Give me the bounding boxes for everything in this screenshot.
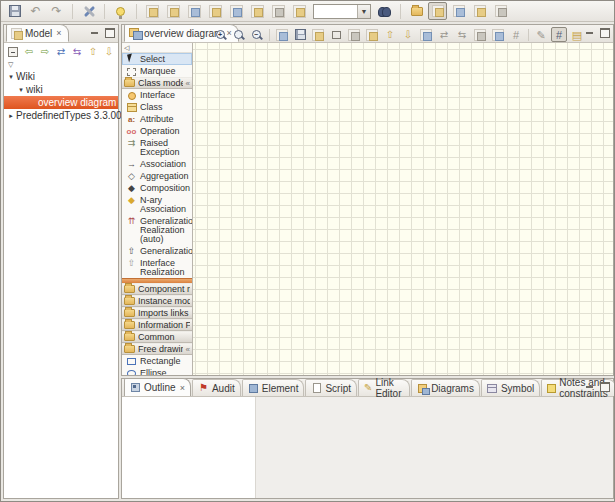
- palette-tool-select[interactable]: Select: [122, 53, 192, 65]
- palette-item-rectangle[interactable]: Rectangle: [122, 355, 192, 367]
- tree-item-wiki-package[interactable]: ▾ wiki: [4, 83, 118, 96]
- expand-open-icon[interactable]: ▾: [16, 86, 26, 94]
- diagram-canvas[interactable]: [193, 43, 613, 375]
- palette-item-nary-association[interactable]: ◆ N-ary Association: [122, 194, 192, 215]
- tab-element[interactable]: Element: [242, 379, 305, 396]
- palette-drawer-component-model[interactable]: Component mo...: [122, 283, 192, 295]
- tab-diagrams[interactable]: Diagrams: [411, 379, 480, 396]
- drawer-pin-icon[interactable]: «: [186, 345, 190, 354]
- navigate-back-button[interactable]: ⇦: [22, 45, 36, 59]
- link-with-explorer-button[interactable]: [428, 2, 447, 20]
- palette-drawer-instance-model[interactable]: Instance model: [122, 295, 192, 307]
- create-element-button-2[interactable]: [164, 2, 183, 20]
- move-up-button[interactable]: ⇧: [86, 45, 100, 59]
- tab-audit[interactable]: ⚑ Audit: [192, 379, 241, 396]
- create-element-button-7[interactable]: [269, 2, 288, 20]
- close-icon[interactable]: ×: [56, 28, 61, 38]
- create-element-button-8[interactable]: [290, 2, 309, 20]
- related-elements-button[interactable]: [470, 2, 489, 20]
- save-diagram-as-button[interactable]: [310, 27, 326, 42]
- save-button[interactable]: [5, 2, 24, 20]
- chevron-down-icon[interactable]: ▼: [357, 5, 370, 18]
- search-button[interactable]: [375, 2, 394, 20]
- tab-symbol[interactable]: Symbol: [481, 379, 540, 396]
- maximize-button[interactable]: [104, 28, 115, 38]
- create-element-button-5[interactable]: [227, 2, 246, 20]
- drawer-pin-icon[interactable]: «: [186, 79, 190, 88]
- minimize-button[interactable]: [89, 28, 100, 38]
- palette-item-class[interactable]: Class: [122, 101, 192, 113]
- zoom-in-button[interactable]: +: [213, 27, 229, 42]
- bring-forward-button[interactable]: ⇧: [382, 27, 398, 42]
- show-style-button[interactable]: [364, 27, 380, 42]
- tab-outline[interactable]: Outline ×: [124, 378, 191, 396]
- align-top-button[interactable]: ⇆: [454, 27, 470, 42]
- tab-script[interactable]: Script: [305, 379, 357, 396]
- maximize-button[interactable]: [599, 382, 610, 392]
- palette-item-association[interactable]: → Association: [122, 158, 192, 170]
- save-diagram-button[interactable]: [292, 27, 308, 42]
- navigate-forward-button[interactable]: ⇨: [38, 45, 52, 59]
- show-properties-button[interactable]: [491, 2, 510, 20]
- palette-item-composition[interactable]: ◆ Composition: [122, 182, 192, 194]
- palette-drawer-free-drawing[interactable]: Free drawing «: [122, 343, 192, 355]
- outline-view-body[interactable]: [122, 397, 256, 498]
- move-down-button[interactable]: ⇩: [102, 45, 116, 59]
- align-left-button[interactable]: ⇄: [436, 27, 452, 42]
- zoom-out-button[interactable]: −: [249, 27, 265, 42]
- palette-item-raised-exception[interactable]: ⇉ Raised Exception: [122, 137, 192, 158]
- auto-layout-button[interactable]: [418, 27, 434, 42]
- create-element-button-4[interactable]: [206, 2, 225, 20]
- palette-tool-marquee[interactable]: Marquee: [122, 65, 192, 77]
- maximize-button[interactable]: [599, 28, 610, 38]
- edit-mode-button[interactable]: ✎: [533, 27, 549, 42]
- tab-link-editor[interactable]: ✎ Link Editor: [358, 379, 410, 396]
- expand-open-icon[interactable]: ▾: [6, 73, 16, 81]
- expand-closed-icon[interactable]: ▸: [6, 112, 16, 120]
- palette-item-generalization[interactable]: ⇧ Generalization: [122, 245, 192, 257]
- palette-item-attribute[interactable]: a: Attribute: [122, 113, 192, 125]
- palette-drawer-information-flow[interactable]: Information Flo...: [122, 319, 192, 331]
- palette-item-interface-realization[interactable]: ⇧ Interface Realization: [122, 257, 192, 278]
- tab-model[interactable]: Model ×: [6, 24, 69, 42]
- search-combo[interactable]: ▼: [313, 4, 371, 19]
- search-input[interactable]: [314, 6, 357, 17]
- palette-item-ellipse[interactable]: Ellipse: [122, 367, 192, 375]
- redo-button[interactable]: ↷: [47, 2, 66, 20]
- page-setup-button[interactable]: [346, 27, 362, 42]
- undo-button[interactable]: ↶: [26, 2, 45, 20]
- link-with-editor-button[interactable]: [449, 2, 468, 20]
- palette-collapse-row[interactable]: ◁: [122, 43, 192, 53]
- close-icon[interactable]: ×: [180, 383, 185, 393]
- fit-to-window-button[interactable]: [328, 27, 344, 42]
- create-element-button-1[interactable]: [143, 2, 162, 20]
- next-reference-button[interactable]: ⇆: [70, 45, 84, 59]
- show-rulers-button[interactable]: [490, 27, 506, 42]
- create-element-button-6[interactable]: [248, 2, 267, 20]
- snap-to-grid-button[interactable]: #: [551, 27, 567, 42]
- smart-hint-button[interactable]: [111, 2, 130, 20]
- palette-drawer-imports-links[interactable]: Imports links: [122, 307, 192, 319]
- palette-drawer-class-model[interactable]: Class model «: [122, 77, 192, 89]
- export-image-button[interactable]: [274, 27, 290, 42]
- tree-item-predefined-types[interactable]: ▸ PredefinedTypes 3.3.00: [4, 109, 118, 122]
- palette-drawer-common[interactable]: Common: [122, 331, 192, 343]
- palette-item-generalization-realization-auto[interactable]: ⇈ Generalizatio... Realization (auto): [122, 215, 192, 245]
- configuration-button[interactable]: [79, 2, 98, 20]
- palette-item-operation[interactable]: oo Operation: [122, 125, 192, 137]
- zoom-reset-button[interactable]: [231, 27, 247, 42]
- previous-reference-button[interactable]: ⇄: [54, 45, 68, 59]
- view-menu-icon[interactable]: ▽: [8, 61, 13, 69]
- minimize-button[interactable]: [584, 28, 595, 38]
- collapse-all-button[interactable]: [6, 45, 20, 59]
- layers-button[interactable]: ▤: [569, 27, 585, 42]
- palette-item-interface[interactable]: Interface: [122, 89, 192, 101]
- palette-item-aggregation[interactable]: ◇ Aggregation: [122, 170, 192, 182]
- minimize-button[interactable]: [584, 382, 595, 392]
- show-grid-button[interactable]: #: [508, 27, 524, 42]
- create-element-button-3[interactable]: [185, 2, 204, 20]
- open-project-button[interactable]: [407, 2, 426, 20]
- tree-item-wiki-project[interactable]: ▾ Wiki: [4, 70, 118, 83]
- send-backward-button[interactable]: ⇩: [400, 27, 416, 42]
- tree-item-overview-diagram[interactable]: overview diagram: [4, 96, 118, 109]
